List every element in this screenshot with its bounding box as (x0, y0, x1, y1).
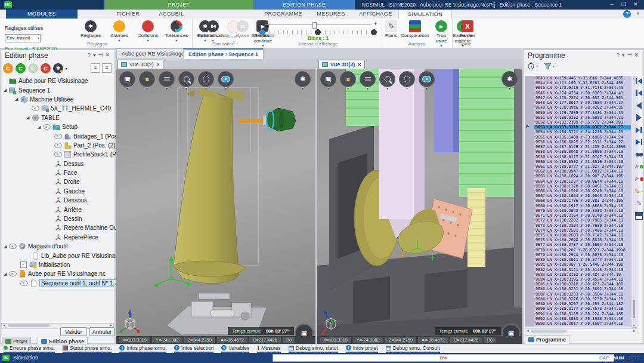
tol-rances-button[interactable]: Tolérances▾ (162, 20, 191, 44)
tab-simulation[interactable]: SIMULATION (398, 10, 452, 19)
minimize-button[interactable]: – (606, 0, 618, 9)
help-icon[interactable]: ? (623, 10, 631, 18)
panel-toggle-erreurs-phase-simu-[interactable]: Erreurs phase simu. (4, 344, 55, 353)
program-line[interactable]: 9684 LN X+188.3195 Y-20.4524 Z+344.18 (534, 277, 631, 282)
program-line[interactable]: 9677 LN X+188.2787 Y-20.6604 Z+344.19 (534, 242, 631, 247)
view-close-icon[interactable]: ✕ (156, 62, 160, 67)
material-removal-icon[interactable] (159, 71, 175, 87)
program-line[interactable]: 9643 LN X+169.446 Y-33.616 Z+344.4836 (534, 76, 631, 81)
tree-item[interactable]: RepèrePièce (1, 233, 116, 242)
panel-toggle-mesures[interactable]: IMesures (257, 344, 281, 353)
collapse-ribbon-icon[interactable]: ▾ (637, 11, 639, 16)
selection-icon[interactable] (399, 71, 415, 87)
program-line[interactable]: 9670 LN X+188.2042 Y-20.8382 Z+344.19 (534, 208, 631, 213)
tool-insert-button[interactable]: + (635, 163, 643, 171)
first-block-button[interactable] (635, 77, 643, 85)
tree-item[interactable]: Part_2 (Pos. (2)) (1, 141, 116, 150)
program-line[interactable]: 9672 LN X+188.2282 Y-20.7905 Z+344.19 (534, 218, 631, 223)
tab-fichier[interactable]: FICHIER (107, 10, 149, 19)
program-listing[interactable]: 9643 LN X+169.446 Y-33.616 Z+344.4836964… (525, 76, 631, 327)
panel-toggle-infos-projet[interactable]: iInfos projet (346, 344, 378, 353)
speed-slider[interactable]: − + (259, 22, 377, 28)
program-line[interactable]: 9650 LN X+179.7055 Y-27.5481 Z+344.33 (534, 110, 631, 115)
list-view-icon[interactable]: ≡ (91, 63, 100, 73)
program-line[interactable]: 9680 LN X+188.3011 Y-20.5747 Z+344.19 (534, 257, 631, 262)
tool-stop-button[interactable] (635, 175, 643, 183)
tree-item[interactable]: Bridages_1 (Pos.) (1, 131, 116, 140)
last-block-button[interactable] (635, 139, 643, 146)
visibility-eye-icon[interactable] (20, 281, 28, 286)
view-close-icon[interactable]: ✕ (357, 62, 361, 67)
panel-help-icon[interactable]: ? (617, 52, 622, 58)
next-marker-button[interactable] (635, 126, 643, 134)
slider-thumb[interactable] (312, 22, 317, 29)
tree-item[interactable]: Face (1, 168, 116, 177)
program-line[interactable]: 9664 LN X+188.1237 Y-20.9644 Z+344.19 (534, 179, 631, 184)
tree-item[interactable]: ◢Magasin d'outil (1, 242, 116, 251)
display-settings-icon[interactable]: ✱ (501, 71, 518, 87)
program-line[interactable]: 9661 LN X+188.0727 Y-21.027 Z+344.197 (534, 164, 631, 169)
program-line[interactable]: 9679 LN X+188.2944 Y-20.6036 Z+344.19 (534, 253, 631, 257)
edit-new-button[interactable]: ✎✦ (635, 187, 643, 195)
c-red-icon[interactable]: C (41, 63, 51, 73)
zoom-icon[interactable] (178, 71, 194, 87)
tree-item[interactable]: ◢Aube pour RE Visiusinage.nc (1, 269, 116, 278)
panel-toggle-infos-phase-simu-[interactable]: iInfos phase simu. (119, 344, 166, 353)
tree-item[interactable]: ◢TABLE (1, 113, 116, 122)
tree-item[interactable]: Dessus (1, 159, 116, 168)
listing-hscrollbar[interactable]: ◄► (525, 328, 637, 334)
panel-pin-icon[interactable]: ⊣ (627, 52, 634, 58)
tab-programme[interactable]: Programme (525, 335, 569, 344)
program-line[interactable]: 9646 LN X+174.4784 Y-30.8303 Z+344.41 (534, 91, 631, 96)
panel-toggle-statut-phase-simu-[interactable]: Statut phase simu. (63, 344, 112, 353)
tree-item[interactable]: Droite (1, 177, 116, 186)
machine-config-icon[interactable]: ▣ (119, 71, 135, 87)
panel-close-icon[interactable]: ✕ (634, 52, 641, 58)
alarmes-button[interactable]: Alarmes▾ (105, 20, 134, 44)
3d-scene-machine[interactable]: ▣▾■▾▾▾▾▾ ✱▾ Temps cumulé00h 03' 27" ▣ X=… (317, 69, 522, 344)
zoom-icon[interactable] (379, 71, 395, 87)
program-line[interactable]: 9656 LN X+186.6825 Y-22.2371 Z+344.22 (534, 140, 631, 144)
program-line[interactable]: 9662 LN X+188.0947 Y-21.0012 Z+344.19 (534, 169, 631, 174)
c-green-icon[interactable]: C (16, 63, 26, 73)
program-line[interactable]: 9669 LN X+188.1917 Y-20.8608 Z+344.19 (534, 204, 631, 208)
program-line[interactable]: 9690 LN X+188.3177 Y-20.2573 Z+344.18 (534, 306, 631, 311)
maximize-button[interactable]: ❒ (618, 0, 630, 9)
timer-icon[interactable]: ▾ (527, 62, 538, 70)
tree-item[interactable]: ProfileStock1 (Pos. (1, 150, 116, 159)
tree-item[interactable]: ◢Sequence 1 (1, 85, 116, 94)
prev-marker-button[interactable] (635, 90, 643, 97)
program-line[interactable]: 9689 LN X+188.3207 Y-20.291 Z+344.187 (534, 302, 631, 306)
visibility-eye-icon[interactable] (43, 124, 51, 130)
program-line[interactable]: 9691 LN X+188.3135 Y-20.224 Z+344.186 (534, 312, 631, 316)
program-line[interactable]: 9693 LN X+188.3017 Y-20.1567 Z+344.18 (534, 321, 631, 326)
program-line[interactable]: 9673 LN X+188.2394 Y-20.7659 Z+344.19 (534, 223, 631, 228)
valider-button[interactable]: Valider (60, 327, 87, 336)
program-line[interactable]: 9681 LN X+188.307 Y-20.5446 Z+344.190 (534, 262, 631, 267)
program-line[interactable]: 9644 LN X+171.199 Y-32.6787 Z+344.458 (534, 81, 631, 85)
tree-item[interactable]: Aube pour RE Visiusinage (1, 76, 116, 85)
program-line[interactable]: 9678 LN X+188.287 Y-20.6321 Z+344.1918 (534, 248, 631, 253)
program-line[interactable]: 9674 LN X+188.2501 Y-20.7406 Z+344.19 (534, 228, 631, 233)
tree-item[interactable]: ✓Initialisation (1, 260, 116, 269)
3d-scene-blade[interactable]: ▣▾■▾▾▾▾▾ ✱▾ Temps cumulé00h 03' 27" ▣ X=… (116, 69, 315, 344)
save-button[interactable] (635, 212, 643, 220)
material-removal-icon[interactable] (360, 71, 376, 87)
step-forward-button[interactable] (635, 114, 643, 122)
visibility-eye-icon[interactable] (54, 152, 62, 157)
stock-display-icon[interactable]: ■ (139, 71, 155, 87)
program-line[interactable]: 9649 LN X+178.3916 Y-28.4202 Z+344.35 (534, 105, 631, 110)
panel-toggle-variables[interactable]: VVariables (221, 344, 249, 353)
step-back-button[interactable] (635, 101, 643, 109)
panel-pin-icon[interactable]: ⊣ (98, 52, 106, 58)
program-line[interactable]: 9686 LN X+188.3231 Y-20.3892 Z+344.18 (534, 287, 631, 291)
edit-button[interactable]: ✎ (635, 199, 643, 207)
tab-accueil[interactable]: ACCUEIL (149, 10, 194, 19)
tree-item[interactable]: Lib_Aube pour RE Visiusinage_0.tlb (1, 251, 116, 260)
program-line[interactable]: 9657 LN X+187.6176 Y-21.435 Z+344.2056 (534, 144, 631, 149)
filter-icon[interactable]: ▾ (544, 63, 555, 70)
visibility-eye-icon[interactable] (32, 106, 39, 111)
tree-item[interactable]: Dessin (1, 214, 116, 223)
program-line[interactable]: 9676 LN X+188.2698 Y-20.6876 Z+344.19 (534, 238, 631, 242)
tab-affichage[interactable]: AFFICHAGE (352, 10, 400, 19)
